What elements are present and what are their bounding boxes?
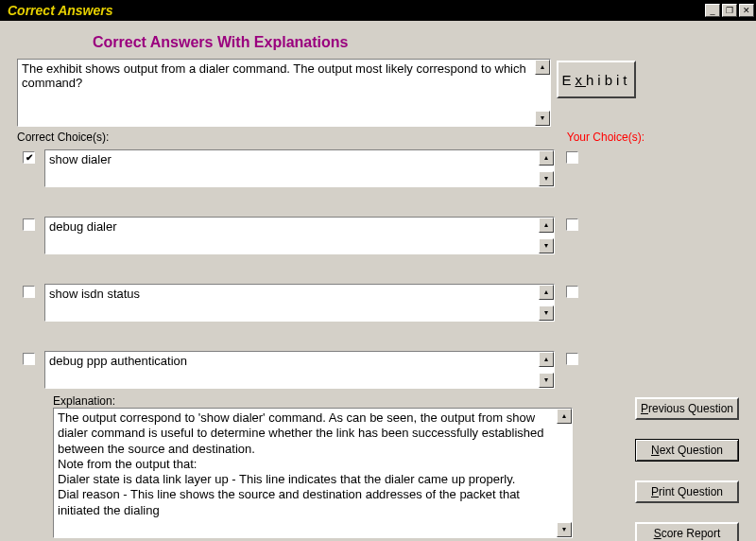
choice-row-2: show isdn status ▴ ▾ [17, 284, 739, 322]
your-checkbox-3[interactable] [566, 353, 578, 365]
scroll-down-icon[interactable]: ▾ [539, 171, 554, 186]
choice-text-3[interactable]: debug ppp authentication ▴ ▾ [44, 351, 555, 389]
your-checkbox-1[interactable] [566, 218, 578, 231]
choice-row-1: debug dialer ▴ ▾ [17, 217, 739, 254]
correct-checkbox-2[interactable] [23, 286, 35, 298]
previous-question-button[interactable]: Previous Question [635, 397, 739, 420]
exhibit-label: Exhibit [561, 72, 630, 88]
scroll-up-icon[interactable]: ▴ [557, 409, 572, 424]
explanation-text[interactable]: The output correspond to 'show dialer' c… [53, 408, 573, 538]
scroll-up-icon[interactable]: ▴ [539, 285, 554, 300]
scroll-down-icon[interactable]: ▾ [539, 238, 554, 253]
titlebar: Correct Answers _ ❐ ✕ [0, 0, 756, 21]
scroll-up-icon[interactable]: ▴ [539, 218, 554, 233]
choice-content-3: debug ppp authentication [49, 354, 187, 368]
main-panel: The exhibit shows output from a dialer c… [0, 59, 756, 538]
correct-checkbox-0[interactable]: ✔ [23, 151, 35, 164]
choice-content-1: debug dialer [49, 219, 117, 234]
scroll-up-icon[interactable]: ▴ [539, 150, 554, 166]
your-checkbox-2[interactable] [566, 286, 578, 298]
scroll-down-icon[interactable]: ▾ [557, 522, 572, 537]
scroll-down-icon[interactable]: ▾ [535, 111, 550, 126]
labels-row: Correct Choice(s): Your Choice(s): [17, 131, 739, 144]
print-question-button[interactable]: Print Question [635, 480, 739, 503]
choice-content-2: show isdn status [49, 287, 140, 301]
restore-button[interactable]: ❐ [722, 4, 737, 17]
minimize-button[interactable]: _ [705, 4, 720, 17]
next-question-button[interactable]: Next Question [635, 439, 739, 462]
your-checkbox-0[interactable] [566, 151, 578, 164]
correct-choices-label: Correct Choice(s): [17, 131, 109, 144]
side-buttons: Previous Question Next Question Print Qu… [635, 397, 739, 541]
question-text[interactable]: The exhibit shows output from a dialer c… [17, 59, 551, 127]
choice-text-2[interactable]: show isdn status ▴ ▾ [44, 284, 555, 322]
exhibit-button[interactable]: Exhibit [557, 61, 636, 98]
question-content: The exhibit shows output from a dialer c… [22, 61, 526, 90]
scroll-down-icon[interactable]: ▾ [539, 305, 554, 321]
question-row: The exhibit shows output from a dialer c… [17, 59, 739, 127]
choice-text-0[interactable]: show dialer ▴ ▾ [44, 149, 555, 187]
correct-checkbox-1[interactable] [23, 218, 35, 231]
choice-content-0: show dialer [49, 152, 112, 166]
choice-row-0: ✔ show dialer ▴ ▾ [17, 149, 739, 187]
choice-text-1[interactable]: debug dialer ▴ ▾ [44, 217, 555, 254]
close-button[interactable]: ✕ [739, 4, 754, 17]
your-choices-label: Your Choice(s): [567, 131, 644, 144]
scroll-up-icon[interactable]: ▴ [535, 60, 550, 75]
correct-checkbox-3[interactable] [23, 353, 35, 365]
scroll-up-icon[interactable]: ▴ [539, 352, 554, 367]
window-title: Correct Answers [8, 3, 113, 18]
choice-row-3: debug ppp authentication ▴ ▾ [17, 351, 739, 389]
page-subtitle: Correct Answers With Explanations [93, 34, 756, 51]
score-report-button[interactable]: Score Report [635, 522, 739, 541]
scroll-down-icon[interactable]: ▾ [539, 373, 554, 388]
explanation-content: The output correspond to 'show dialer' c… [58, 410, 568, 518]
window-controls: _ ❐ ✕ [705, 4, 754, 17]
